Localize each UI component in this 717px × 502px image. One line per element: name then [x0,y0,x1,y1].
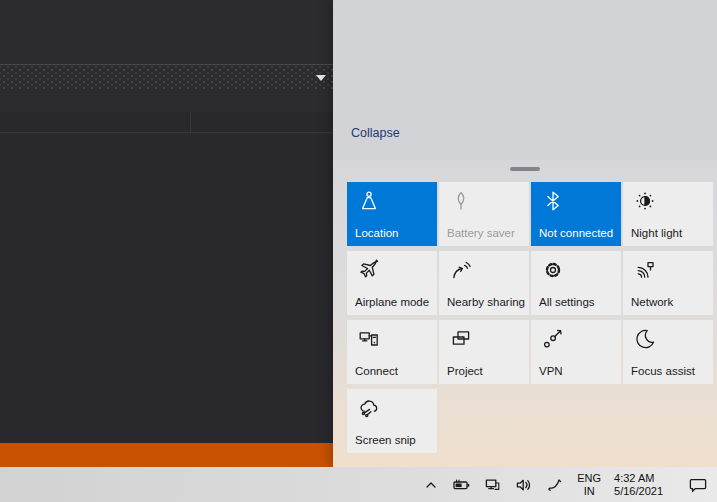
location-icon [357,189,381,213]
action-center-empty-area: Collapse [333,0,717,160]
app-titlebar-area [0,0,333,65]
app-canvas [0,134,333,443]
screen-snip-icon [357,396,381,420]
tile-label: Project [447,365,483,377]
system-tray: ENG IN 4:32 AM 5/16/2021 [420,467,717,502]
collapse-link[interactable]: Collapse [351,126,400,140]
tile-label: Night light [631,227,682,239]
night-light-icon [633,189,657,213]
ribbon-dropdown-icon[interactable] [316,75,326,81]
clock-date: 5/16/2021 [614,485,663,498]
language-line2: IN [584,485,595,498]
pen-icon[interactable] [544,474,566,496]
tile-label: Screen snip [355,434,416,446]
tile-label: Nearby sharing [447,296,525,308]
chevron-up-icon[interactable] [420,474,442,496]
focus-assist-icon [633,327,657,351]
quick-action-airplane-mode[interactable]: Airplane mode [347,251,437,315]
language-indicator[interactable]: ENG IN [575,472,603,498]
divider [190,112,191,132]
clock[interactable]: 4:32 AM 5/16/2021 [612,472,665,498]
taskbar: ENG IN 4:32 AM 5/16/2021 [0,467,717,502]
quick-action-nearby-sharing[interactable]: Nearby sharing [439,251,529,315]
airplane-icon [357,258,381,282]
tile-label: Connect [355,365,398,377]
quick-action-all-settings[interactable]: All settings [531,251,621,315]
project-icon [449,327,473,351]
vpn-icon [541,327,565,351]
connect-icon [357,327,381,351]
volume-icon[interactable] [513,474,535,496]
bluetooth-icon [541,189,565,213]
language-line1: ENG [577,472,601,485]
nearby-sharing-icon [449,258,473,282]
quick-action-focus-assist[interactable]: Focus assist [623,320,713,384]
tile-label: Focus assist [631,365,695,377]
tile-label: VPN [539,365,563,377]
quick-action-network[interactable]: Network [623,251,713,315]
quick-action-night-light[interactable]: Night light [623,182,713,246]
action-center-panel: Collapse LocationBattery saverNot connec… [333,0,717,467]
app-statusbar [0,443,333,467]
network-tray-icon[interactable] [482,474,504,496]
quick-action-connect[interactable]: Connect [347,320,437,384]
quick-action-vpn[interactable]: VPN [531,320,621,384]
settings-gear-icon [541,258,565,282]
action-center-icon[interactable] [687,474,709,496]
quick-action-project[interactable]: Project [439,320,529,384]
tile-label: Not connected [539,227,613,239]
quick-actions-grid: LocationBattery saverNot connectedNight … [347,182,713,453]
app-ribbon-strip [0,66,333,90]
clock-time: 4:32 AM [614,472,654,485]
battery-icon[interactable] [451,474,473,496]
tile-label: Network [631,296,673,308]
drag-handle[interactable] [510,167,540,171]
quick-action-screen-snip[interactable]: Screen snip [347,389,437,453]
screen: Collapse LocationBattery saverNot connec… [0,0,717,502]
quick-action-location[interactable]: Location [347,182,437,246]
quick-action-not-connected[interactable]: Not connected [531,182,621,246]
tile-label: Airplane mode [355,296,429,308]
tile-label: Location [355,227,398,239]
tile-label: All settings [539,296,595,308]
tile-label: Battery saver [447,227,515,239]
app-window [0,0,333,467]
app-header-band [0,112,333,133]
network-icon [633,258,657,282]
quick-action-battery-saver[interactable]: Battery saver [439,182,529,246]
battery-saver-icon [449,189,473,213]
